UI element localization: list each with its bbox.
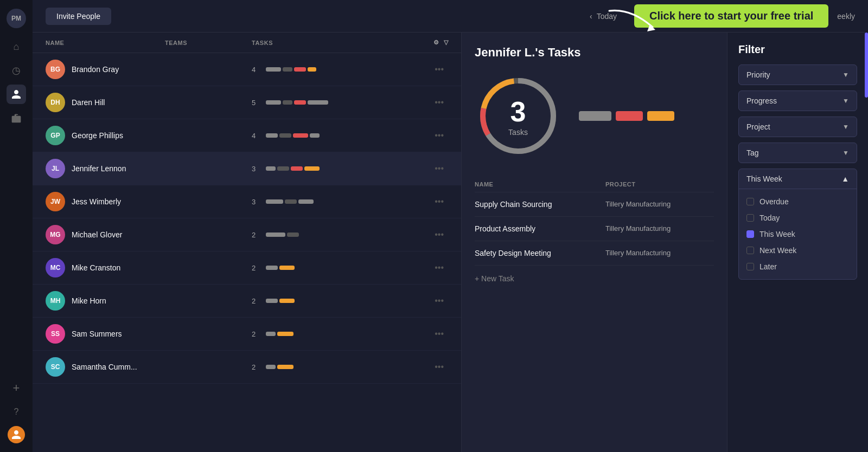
person-task-count: 2 xyxy=(252,297,260,305)
task-bars xyxy=(266,166,320,171)
person-tasks: 2 xyxy=(252,297,430,305)
user-avatar[interactable] xyxy=(8,426,25,443)
filter-checkbox[interactable] xyxy=(746,247,754,254)
person-menu-button[interactable]: ••• xyxy=(430,62,448,76)
person-avatar: JW xyxy=(46,192,65,211)
person-menu-button[interactable]: ••• xyxy=(430,294,448,308)
person-row-samantha-cumm[interactable]: SC Samantha Cumm... 2 ••• xyxy=(33,351,461,384)
task-bar xyxy=(294,67,306,72)
filter-settings-icon[interactable]: ⚙ xyxy=(433,39,439,46)
task-bars xyxy=(266,299,295,303)
tasks-col-header-name: NAME xyxy=(475,181,605,188)
filter-date-header[interactable]: This Week ▲ xyxy=(739,169,857,189)
nav-prev-icon[interactable]: ‹ xyxy=(590,12,592,21)
tasks-table: NAME PROJECT Supply Chain Sourcing Tille… xyxy=(475,177,714,266)
person-task-count: 3 xyxy=(252,198,260,206)
person-row-brandon-gray[interactable]: BG Brandon Gray 4 ••• xyxy=(33,53,461,86)
person-tasks: 2 xyxy=(252,231,430,239)
filter-dropdown-priority[interactable]: Priority▼ xyxy=(738,64,857,85)
person-task-count: 2 xyxy=(252,330,260,338)
weekly-button[interactable]: eekly xyxy=(837,12,855,21)
person-row-daren-hill[interactable]: DH Daren Hill 5 ••• xyxy=(33,86,461,119)
people-rows: BG Brandon Gray 4 ••• DH Daren Hill 5 ••… xyxy=(33,53,461,384)
sidebar-item-home[interactable]: ⌂ xyxy=(7,37,26,56)
filter-dropdown-label: Tag xyxy=(746,148,759,157)
person-menu-button[interactable]: ••• xyxy=(430,128,448,143)
person-menu-button[interactable]: ••• xyxy=(430,95,448,109)
filter-dropdown-project[interactable]: Project▼ xyxy=(738,117,857,137)
filter-option-today[interactable]: Today xyxy=(746,210,849,226)
person-row-george-phillips[interactable]: GP George Phillips 4 ••• xyxy=(33,119,461,152)
legend-bars xyxy=(579,111,674,121)
people-list: NAME TEAMS TASKS ⚙ ▽ BG Brandon Gray 4 •… xyxy=(33,33,461,452)
legend-bar-gray xyxy=(579,111,611,121)
filter-option-next-week[interactable]: Next Week xyxy=(746,242,849,259)
task-panel: Jennifer L.'s Tasks 3 xyxy=(461,33,727,452)
person-avatar: MH xyxy=(46,291,65,311)
task-bar xyxy=(277,365,293,369)
task-bar xyxy=(308,67,316,72)
task-bars xyxy=(266,133,320,138)
sidebar-item-briefcase[interactable] xyxy=(7,108,26,128)
task-bars xyxy=(266,67,316,72)
filter-option-overdue[interactable]: Overdue xyxy=(746,193,849,210)
task-row[interactable]: Safety Design Meeting Tillery Manufactur… xyxy=(475,241,714,266)
task-bar xyxy=(266,199,283,204)
person-menu-button[interactable]: ••• xyxy=(430,228,448,242)
task-bars xyxy=(266,332,293,336)
filter-option-later[interactable]: Later xyxy=(746,259,849,275)
person-row-michael-glover[interactable]: MG Michael Glover 2 ••• xyxy=(33,218,461,251)
invite-people-button[interactable]: Invite People xyxy=(46,8,111,25)
person-menu-button[interactable]: ••• xyxy=(430,360,448,374)
filter-checkbox[interactable] xyxy=(746,198,754,205)
person-row-sam-summers[interactable]: SS Sam Summers 2 ••• xyxy=(33,318,461,351)
person-row-mike-cranston[interactable]: MC Mike Cranston 2 ••• xyxy=(33,251,461,285)
person-tasks: 3 xyxy=(252,165,430,173)
task-bar xyxy=(266,233,285,237)
filter-option-this-week[interactable]: This Week xyxy=(746,226,849,242)
sidebar-item-people[interactable] xyxy=(7,85,26,104)
task-bars xyxy=(266,365,293,369)
sidebar-item-history[interactable]: ◷ xyxy=(7,61,26,80)
filter-title: Filter xyxy=(738,43,857,56)
task-bar xyxy=(277,332,293,336)
person-row-jennifer-lennon[interactable]: JL Jennifer Lennon 3 ••• xyxy=(33,152,461,185)
filter-option-label: Later xyxy=(760,262,777,271)
sidebar-item-help[interactable]: ? xyxy=(7,402,26,422)
filter-dropdown-progress[interactable]: Progress▼ xyxy=(738,91,857,111)
person-menu-button[interactable]: ••• xyxy=(430,261,448,275)
task-bar xyxy=(266,133,278,138)
person-menu-button[interactable]: ••• xyxy=(430,195,448,209)
donut-label: 3 Tasks xyxy=(508,95,528,137)
person-name: Mike Cranston xyxy=(72,263,165,272)
person-name: Daren Hill xyxy=(72,98,165,107)
filter-dropdown-tag[interactable]: Tag▼ xyxy=(738,143,857,163)
person-name: Jess Wimberly xyxy=(72,197,165,206)
new-task-button[interactable]: + New Task xyxy=(475,266,714,292)
task-panel-title: Jennifer L.'s Tasks xyxy=(475,46,714,60)
filter-icon[interactable]: ▽ xyxy=(444,39,449,46)
person-menu-button[interactable]: ••• xyxy=(430,327,448,341)
person-tasks: 5 xyxy=(252,99,430,107)
person-task-count: 3 xyxy=(252,165,260,173)
person-row-mike-horn[interactable]: MH Mike Horn 2 ••• xyxy=(33,285,461,318)
task-row[interactable]: Supply Chain Sourcing Tillery Manufactur… xyxy=(475,192,714,217)
col-header-actions: ⚙ ▽ xyxy=(405,39,448,46)
person-name: George Phillips xyxy=(72,131,165,140)
filter-checkbox[interactable] xyxy=(746,214,754,222)
scrollbar-thumb[interactable] xyxy=(865,33,868,98)
person-task-count: 4 xyxy=(252,66,260,74)
filter-dropdown-label: Priority xyxy=(746,70,770,79)
person-task-count: 2 xyxy=(252,231,260,239)
sidebar-item-add[interactable]: + xyxy=(7,378,26,398)
task-bar xyxy=(266,266,278,270)
filter-checkbox[interactable] xyxy=(746,263,754,270)
person-menu-button[interactable]: ••• xyxy=(430,162,448,176)
task-bars xyxy=(266,266,295,270)
filter-checkbox[interactable] xyxy=(746,230,754,238)
person-row-jess-wimberly[interactable]: JW Jess Wimberly 3 ••• xyxy=(33,185,461,218)
task-row[interactable]: Product Assembly Tillery Manufacturing xyxy=(475,217,714,241)
task-bar xyxy=(266,299,278,303)
filter-dropdown-label: Progress xyxy=(746,96,777,105)
filter-option-label: Overdue xyxy=(760,197,789,206)
